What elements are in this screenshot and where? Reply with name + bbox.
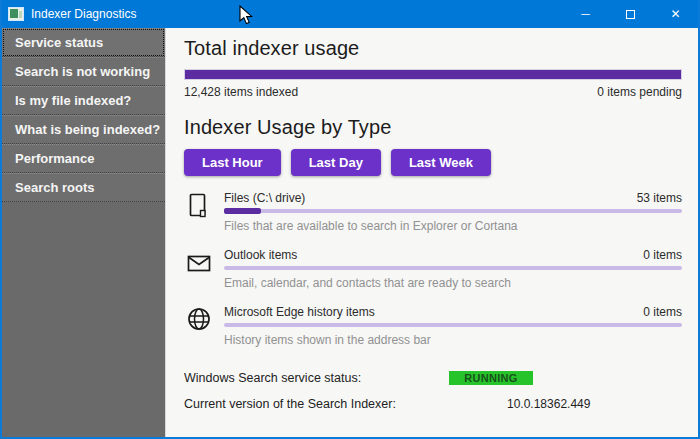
- document-icon: [184, 191, 224, 233]
- service-status-badge: RUNNING: [449, 371, 533, 385]
- usage-row-progressbar: [224, 323, 682, 327]
- last-week-button[interactable]: Last Week: [391, 149, 491, 176]
- usage-row-files: Files (C:\ drive) 53 items Files that ar…: [184, 191, 682, 233]
- sidebar: Service status Search is not working Is …: [2, 28, 166, 437]
- usage-row-label: Outlook items: [224, 248, 297, 262]
- time-range-buttons: Last Hour Last Day Last Week: [184, 149, 682, 176]
- usage-row-edge-history: Microsoft Edge history items 0 items His…: [184, 305, 682, 347]
- globe-icon: [184, 305, 224, 347]
- items-indexed-label: 12,428 items indexed: [184, 85, 298, 99]
- close-button[interactable]: ✕: [653, 0, 698, 28]
- usage-row-count: 53 items: [637, 191, 682, 205]
- last-hour-button[interactable]: Last Hour: [184, 149, 281, 176]
- maximize-icon: [626, 10, 635, 19]
- usage-row-count: 0 items: [643, 305, 682, 319]
- service-status-block: Windows Search service status: RUNNING C…: [184, 371, 682, 411]
- total-usage-progressbar: [184, 69, 682, 80]
- service-status-label: Windows Search service status:: [184, 371, 449, 385]
- usage-row-outlook: Outlook items 0 items Email, calendar, a…: [184, 248, 682, 290]
- usage-row-progressbar: [224, 209, 682, 213]
- usage-row-label: Microsoft Edge history items: [224, 305, 375, 319]
- sidebar-item-search-not-working[interactable]: Search is not working: [2, 57, 165, 86]
- usage-row-caption: Email, calendar, and contacts that are r…: [224, 276, 682, 290]
- usage-row-label: Files (C:\ drive): [224, 191, 305, 205]
- total-usage-progress-fill: [185, 70, 681, 79]
- window-title: Indexer Diagnostics: [31, 7, 563, 21]
- usage-by-type-heading: Indexer Usage by Type: [184, 116, 682, 139]
- usage-row-progressbar: [224, 266, 682, 270]
- app-icon: [8, 7, 24, 21]
- sidebar-item-what-is-being-indexed[interactable]: What is being indexed?: [2, 115, 165, 144]
- sidebar-item-search-roots[interactable]: Search roots: [2, 173, 165, 202]
- envelope-icon: [184, 248, 224, 290]
- maximize-button[interactable]: [608, 0, 653, 28]
- sidebar-item-performance[interactable]: Performance: [2, 144, 165, 173]
- main-content: Total indexer usage 12,428 items indexed…: [166, 28, 698, 437]
- usage-row-progress-fill: [224, 208, 261, 214]
- items-pending-label: 0 items pending: [597, 85, 682, 99]
- indexer-version-value: 10.0.18362.449: [507, 397, 590, 411]
- sidebar-item-service-status[interactable]: Service status: [2, 28, 165, 57]
- minimize-button[interactable]: ─: [563, 0, 608, 28]
- sidebar-item-is-my-file-indexed[interactable]: Is my file indexed?: [2, 86, 165, 115]
- last-day-button[interactable]: Last Day: [291, 149, 381, 176]
- usage-row-caption: Files that are available to search in Ex…: [224, 219, 682, 233]
- indexer-version-label: Current version of the Search Indexer:: [184, 397, 449, 411]
- usage-row-count: 0 items: [643, 248, 682, 262]
- app-window: Indexer Diagnostics ─ ✕ Service status S…: [0, 0, 700, 439]
- total-usage-heading: Total indexer usage: [184, 37, 682, 60]
- title-bar[interactable]: Indexer Diagnostics ─ ✕: [2, 0, 698, 28]
- usage-row-caption: History items shown in the address bar: [224, 333, 682, 347]
